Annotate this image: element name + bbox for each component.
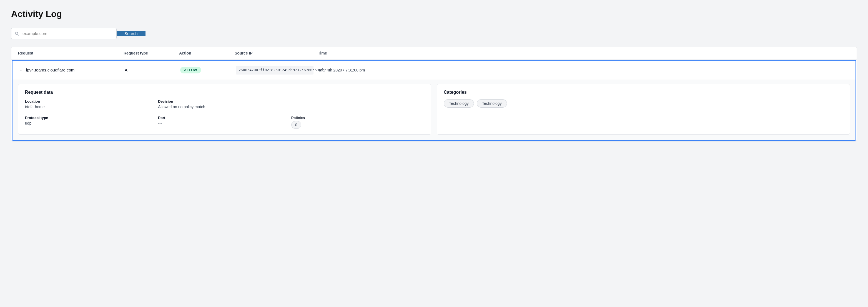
request-hostname: ipv4.teams.cloudflare.com — [26, 67, 74, 72]
search-row: Search — [11, 28, 857, 39]
search-icon — [11, 28, 23, 39]
svg-line-1 — [18, 34, 19, 35]
col-request-type: Request type — [124, 51, 179, 55]
request-data-title: Request data — [25, 90, 424, 95]
row-request-cell: ⌄ ipv4.teams.cloudflare.com — [19, 67, 125, 72]
search-wrapper — [11, 28, 117, 39]
svg-point-0 — [15, 32, 18, 34]
time-cell: Mar 4th 2020 • 7:31:00 pm — [319, 68, 849, 72]
request-data-grid: Location irtefa-home Decision Allowed on… — [25, 99, 424, 129]
decision-value: Allowed on no policy match — [158, 105, 424, 109]
expanded-section: Request data Location irtefa-home Decisi… — [12, 80, 856, 140]
request-data-card: Request data Location irtefa-home Decisi… — [18, 84, 431, 135]
action-badge: ALLOW — [180, 67, 201, 74]
categories-card: Categories Technology Technology — [437, 84, 850, 135]
search-button[interactable]: Search — [117, 31, 146, 36]
chevron-down-icon[interactable]: ⌄ — [19, 68, 22, 72]
protocol-label: Protocol type — [25, 116, 158, 120]
policies-count: 0 — [291, 121, 301, 129]
decision-label: Decision — [158, 99, 424, 104]
category-tag-1: Technology — [477, 99, 507, 108]
location-field: Location irtefa-home — [25, 99, 158, 109]
port-field: Port --- — [158, 116, 291, 129]
category-tag-0: Technology — [444, 99, 474, 108]
action-cell: ALLOW — [180, 67, 236, 74]
col-request: Request — [18, 51, 124, 55]
col-action: Action — [179, 51, 235, 55]
col-source-ip: Source IP — [235, 51, 318, 55]
request-type-cell: A — [125, 67, 180, 72]
table-header: Request Request type Action Source IP Ti… — [11, 47, 857, 59]
table-row-main[interactable]: ⌄ ipv4.teams.cloudflare.com A ALLOW 2606… — [12, 61, 856, 80]
policies-label: Policies — [291, 116, 424, 120]
categories-list: Technology Technology — [444, 99, 843, 108]
search-input[interactable] — [23, 28, 116, 39]
page-title: Activity Log — [11, 9, 857, 19]
table-row: ⌄ ipv4.teams.cloudflare.com A ALLOW 2606… — [12, 60, 856, 141]
policies-badge: 0 — [291, 121, 424, 129]
policies-field: Policies 0 — [291, 116, 424, 129]
source-ip-cell: 2606:4700:ff02:8250:249d:9212:6780:59af — [236, 66, 313, 75]
location-label: Location — [25, 99, 158, 104]
port-value: --- — [158, 121, 291, 125]
port-label: Port — [158, 116, 291, 120]
decision-field: Decision Allowed on no policy match — [158, 99, 424, 109]
categories-title: Categories — [444, 90, 843, 95]
protocol-field: Protocol type udp — [25, 116, 158, 129]
activity-log-table: Request Request type Action Source IP Ti… — [11, 47, 857, 142]
protocol-value: udp — [25, 121, 158, 125]
location-value: irtefa-home — [25, 105, 158, 109]
col-time: Time — [318, 51, 850, 55]
